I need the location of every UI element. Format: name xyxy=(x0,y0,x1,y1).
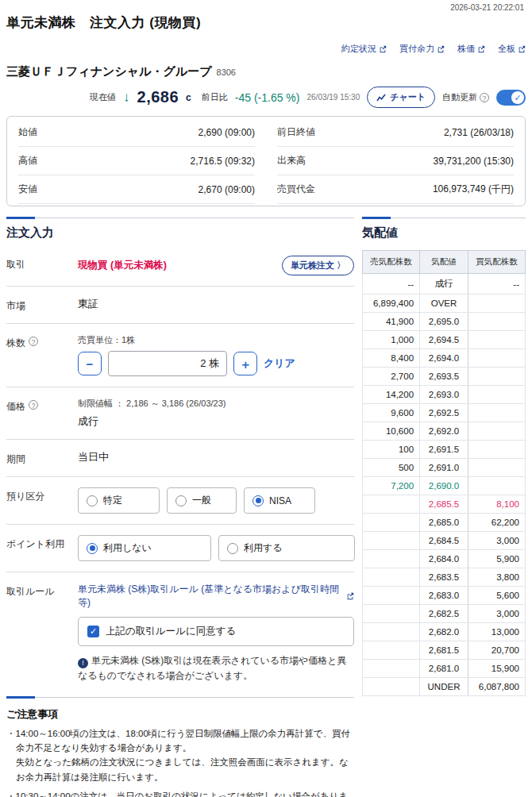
link-buying-power[interactable]: 買付余力 xyxy=(399,43,445,55)
quote-col-left: 始値 2,690 (09:00) 高値 2,716.5 (09:32) 安値 2… xyxy=(18,118,255,204)
book-row: 14,2002,693.0 xyxy=(363,386,526,404)
book-cell-sell: 14,200 xyxy=(363,386,420,404)
chart-icon xyxy=(376,94,386,102)
book-row: 2,683.05,600 xyxy=(363,587,526,605)
form-row-period: 期間 当日中 xyxy=(6,440,354,477)
price-help-icon[interactable] xyxy=(29,400,38,410)
points-options: 利用しない 利用する xyxy=(78,535,355,561)
current-price-value: 2,686 xyxy=(137,88,179,106)
book-cell-buy: 20,700 xyxy=(468,641,525,660)
book-cell-sell xyxy=(363,678,420,696)
quote-value: 2,670 (09:00) xyxy=(199,184,255,195)
book-row: 2,7002,693.5 xyxy=(363,368,526,386)
rules-link[interactable]: 単元未満株 (S株)取引ルール (基準となる市場および取引時間等) xyxy=(78,583,354,610)
book-cell-sell: 7,200 xyxy=(363,477,420,495)
book-row: 41,9002,695.0 xyxy=(363,313,526,331)
book-cell-sell xyxy=(363,605,420,623)
book-row: 2,681.520,700 xyxy=(363,641,526,660)
link-label: 株価 xyxy=(457,43,475,55)
book-cell-buy: 6,087,800 xyxy=(468,678,525,696)
chart-button[interactable]: チャート xyxy=(367,87,435,108)
book-cell-price: 2,690.0 xyxy=(420,477,468,495)
book-row: 2,683.53,800 xyxy=(363,568,526,587)
option-label: 一般 xyxy=(192,494,211,507)
book-cell-price: 成行 xyxy=(420,274,468,295)
quote-col-right: 前日終値 2,731 (26/03/18) 出来高 39,731,200 (15… xyxy=(277,118,514,204)
price-label: 価格 xyxy=(6,400,25,414)
points-option-use[interactable]: 利用する xyxy=(218,535,355,561)
market-label: 市場 xyxy=(6,297,78,313)
account-option-tokutei[interactable]: 特定 xyxy=(78,487,160,514)
rules-info: 単元未満株 (S株)取引は現在表示されている市場や価格と異なるものでなされる場合… xyxy=(78,653,354,683)
points-option-not-use[interactable]: 利用しない xyxy=(78,535,211,561)
book-cell-buy: 8,100 xyxy=(468,495,525,514)
radio-selected-icon xyxy=(253,495,264,506)
quote-value: 2,731 (26/03/18) xyxy=(444,127,514,138)
rules-info-text: 単元未満株 (S株)取引は現在表示されている市場や価格と異なるものでなされる場合… xyxy=(78,655,347,681)
book-cell-buy xyxy=(468,331,525,349)
form-row-rules: 取引ルール 単元未満株 (S株)取引ルール (基準となる市場および取引時間等) … xyxy=(6,572,354,694)
book-cell-sell xyxy=(363,495,420,514)
link-execution-status[interactable]: 約定状況 xyxy=(341,43,387,55)
account-option-ippan[interactable]: 一般 xyxy=(167,487,237,514)
book-cell-buy xyxy=(468,422,525,441)
market-value: 東証 xyxy=(78,297,354,313)
rules-label: 取引ルール xyxy=(6,583,78,683)
book-cell-buy xyxy=(468,441,525,459)
price-flag: c xyxy=(186,92,191,103)
rules-agree-checkbox[interactable]: 上記の取引ルールに同意する xyxy=(78,617,354,646)
unit-share-order-button[interactable]: 単元株注文 〉 xyxy=(282,256,354,275)
book-cell-buy: 13,000 xyxy=(468,623,525,641)
book-cell-price: 2,691.5 xyxy=(420,441,468,459)
book-table-body: --成行--6,899,400OVER41,9002,695.01,0002,6… xyxy=(363,274,526,696)
book-cell-price: 2,682.0 xyxy=(420,623,468,641)
book-cell-price: UNDER xyxy=(420,678,468,696)
quote-label: 売買代金 xyxy=(277,183,315,196)
period-value: 当日中 xyxy=(78,450,354,466)
quantity-clear-link[interactable]: クリア xyxy=(264,356,295,371)
book-row: 8,4002,694.0 xyxy=(363,349,526,368)
quantity-input[interactable] xyxy=(108,351,227,376)
quote-row: 前日終値 2,731 (26/03/18) xyxy=(277,118,514,147)
external-link-icon xyxy=(379,45,387,53)
option-label: NISA xyxy=(269,495,291,506)
quantity-help-icon[interactable] xyxy=(29,337,38,346)
radio-icon xyxy=(87,495,98,506)
book-cell-sell: 2,700 xyxy=(363,368,420,386)
book-cell-sell xyxy=(363,550,420,568)
book-cell-buy xyxy=(468,368,525,386)
book-row: 1,0002,694.5 xyxy=(363,331,526,349)
quantity-minus-button[interactable]: − xyxy=(78,352,102,375)
price-field-area: 制限値幅 ： 2,186 ～ 3,186 (26/03/23) 成行 xyxy=(78,398,354,429)
auto-update-toggle[interactable] xyxy=(496,90,526,106)
rules-area: 単元未満株 (S株)取引ルール (基準となる市場および取引時間等) 上記の取引ル… xyxy=(78,583,354,683)
book-cell-buy xyxy=(468,349,525,368)
book-cell-buy: 5,900 xyxy=(468,550,525,568)
external-link-icon xyxy=(477,45,485,53)
quote-summary-box: 始値 2,690 (09:00) 高値 2,716.5 (09:32) 安値 2… xyxy=(6,116,526,206)
help-icon[interactable] xyxy=(480,93,489,102)
book-cell-price: 2,692.0 xyxy=(420,422,468,441)
account-type-options: 特定 一般 NISA xyxy=(78,487,354,514)
board-title: 気配値 xyxy=(362,225,526,241)
book-cell-sell xyxy=(363,641,420,660)
notes-body: ・14:00～16:00頃の注文は、18:00頃に行う翌日制限値幅上限の余力再計… xyxy=(6,726,354,797)
radio-selected-icon xyxy=(87,543,98,554)
quote-label: 始値 xyxy=(18,125,37,139)
book-cell-buy: 62,200 xyxy=(468,514,525,532)
book-row: 1002,691.5 xyxy=(363,441,526,459)
book-cell-price: 2,692.5 xyxy=(420,404,468,422)
book-cell-price: 2,685.5 xyxy=(420,495,468,514)
book-cell-sell xyxy=(363,660,420,678)
book-cell-sell xyxy=(363,568,420,587)
book-cell-sell: -- xyxy=(363,274,420,295)
book-header-sell: 売気配株数 xyxy=(363,251,420,274)
book-cell-sell: 9,600 xyxy=(363,404,420,422)
trade-type-value: 現物買 (単元未満株) xyxy=(78,259,167,272)
toggle-knob-check-icon xyxy=(511,91,524,104)
link-stock-price[interactable]: 株価 xyxy=(457,43,485,55)
quantity-plus-button[interactable]: ＋ xyxy=(233,352,257,375)
account-option-nisa[interactable]: NISA xyxy=(244,487,315,514)
link-full-board[interactable]: 全板 xyxy=(498,43,526,55)
quote-label: 出来高 xyxy=(277,154,306,167)
